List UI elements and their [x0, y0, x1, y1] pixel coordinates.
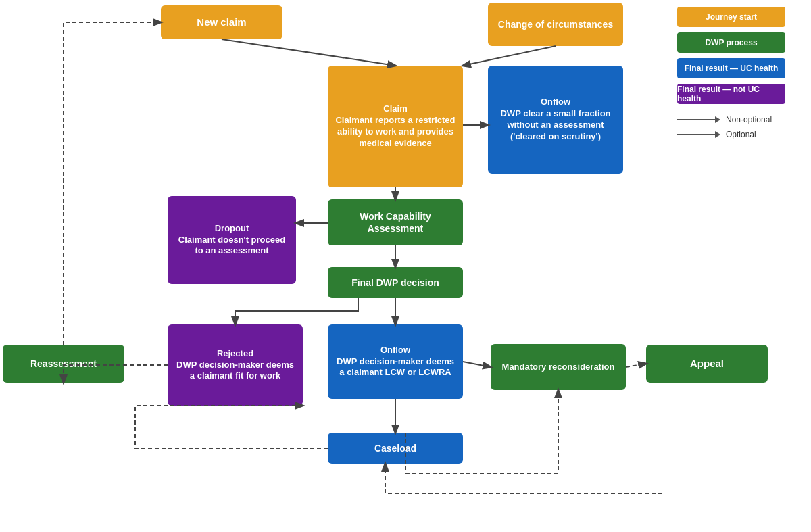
legend-journey-start: Journey start — [677, 7, 806, 27]
legend-final-uc-health: Final result — UC health — [677, 58, 806, 78]
appeal-node: Appeal — [646, 345, 768, 383]
dropout-node: Dropout Claimant doesn't proceed to an a… — [168, 196, 296, 284]
svg-line-0 — [222, 39, 395, 66]
svg-line-7 — [463, 362, 491, 367]
legend-dwp-process: DWP process — [677, 32, 806, 53]
rejected-node: Rejected DWP decision-maker deems a clai… — [168, 324, 303, 406]
legend-non-optional: Non-optional Optional — [677, 115, 806, 139]
onflow-bottom-node: Onflow DWP decision-maker deems a claima… — [328, 324, 463, 399]
caseload-node: Caseload — [328, 433, 463, 464]
svg-line-1 — [463, 46, 556, 66]
mandatory-reconsideration-node: Mandatory reconsideration — [491, 344, 626, 390]
legend-optional: Optional — [677, 130, 806, 139]
onflow-top-node: Onflow DWP clear a small fraction withou… — [488, 66, 623, 174]
change-of-circumstances-node: Change of circumstances — [488, 3, 623, 46]
legend-final-not-uc-health: Final result — not UC health — [677, 84, 806, 104]
wca-node: Work Capability Assessment — [328, 199, 463, 245]
claim-node: Claim Claimant reports a restricted abil… — [328, 66, 463, 187]
svg-line-8 — [626, 364, 646, 367]
legend: Journey start DWP process Final result —… — [677, 7, 806, 139]
new-claim-node: New claim — [161, 5, 282, 39]
final-dwp-node: Final DWP decision — [328, 267, 463, 298]
reassessment-node: Reassessment — [3, 345, 124, 383]
